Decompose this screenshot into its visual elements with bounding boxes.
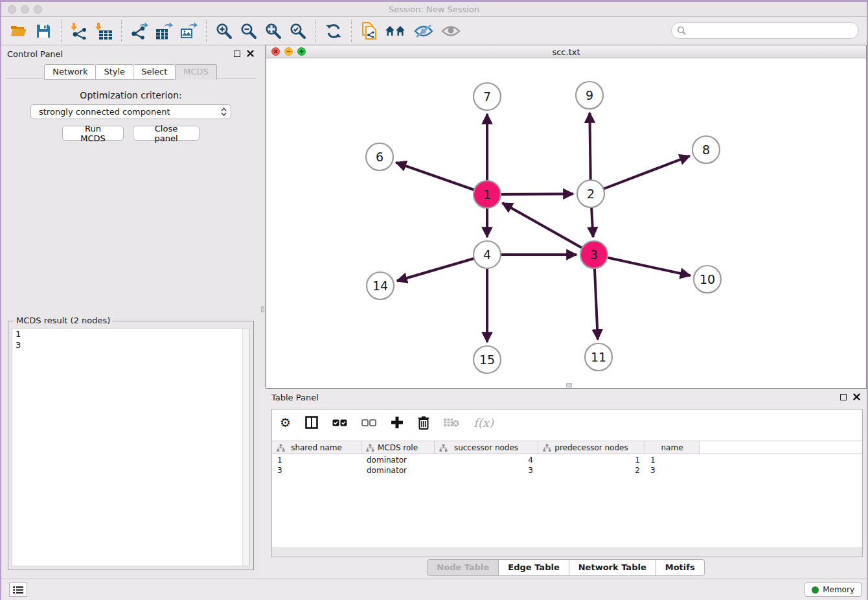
new-network-from-selection-button[interactable]	[360, 21, 379, 41]
memory-button[interactable]: Memory	[805, 583, 862, 597]
cell-predecessor-nodes[interactable]: 1	[538, 455, 645, 465]
cell-successor-nodes[interactable]: 3	[435, 465, 538, 476]
function-builder-icon[interactable]: f(x)	[474, 416, 494, 430]
eye-slash-icon	[414, 24, 433, 38]
toolbar-separator	[61, 20, 62, 42]
column-header-mcds-role[interactable]: MCDS role	[361, 441, 435, 454]
cell-predecessor-nodes[interactable]: 2	[538, 465, 645, 476]
memory-status-icon	[812, 586, 819, 594]
tab-node-table[interactable]: Node Table	[427, 559, 499, 576]
cell-shared-name[interactable]: 3	[272, 465, 361, 476]
refresh-button[interactable]	[324, 21, 343, 41]
mcds-result-line: 3	[12, 340, 249, 351]
eye-icon	[441, 25, 461, 38]
node-table: ⚙ f(x) shared name MCDS role	[271, 409, 863, 557]
zoom-selected-button[interactable]	[288, 21, 308, 41]
tab-style[interactable]: Style	[95, 64, 133, 80]
select-all-checkboxes-icon[interactable]	[332, 419, 347, 426]
node-label-9: 9	[586, 88, 593, 102]
edge-3-1[interactable]	[503, 203, 594, 255]
cell-name[interactable]: 1	[645, 455, 700, 465]
tab-select[interactable]: Select	[133, 64, 176, 80]
splitter-handle[interactable]	[261, 306, 264, 312]
zoom-in-button[interactable]	[214, 21, 234, 41]
tab-network-table[interactable]: Network Table	[569, 559, 656, 576]
mcds-result-textarea[interactable]: 1 3	[12, 328, 250, 566]
table-hscroll-area[interactable]	[272, 548, 862, 557]
toolbar-separator	[315, 20, 316, 42]
table-options-gear-icon[interactable]: ⚙	[280, 417, 291, 429]
column-header-name[interactable]: name	[645, 441, 700, 454]
tab-mcds[interactable]: MCDS	[175, 64, 217, 80]
result-scrollbar[interactable]	[242, 329, 249, 566]
export-image-icon	[179, 23, 198, 40]
tab-edge-table[interactable]: Edge Table	[498, 559, 569, 576]
hide-selected-button[interactable]	[413, 21, 435, 41]
cell-shared-name[interactable]: 1	[272, 455, 361, 465]
export-table-icon	[155, 23, 173, 40]
cell-name[interactable]: 3	[645, 465, 700, 476]
export-table-button[interactable]	[154, 21, 174, 41]
status-bar: Memory	[1, 579, 867, 600]
mcds-result-title: MCDS result (2 nodes)	[14, 316, 113, 325]
show-column-icon[interactable]	[305, 416, 318, 429]
zoom-selected-icon	[290, 23, 306, 40]
zoom-out-button[interactable]	[239, 21, 258, 41]
close-panel-button[interactable]: Close panel	[133, 126, 200, 141]
show-all-button[interactable]	[440, 21, 462, 41]
cell-mcds-role[interactable]: dominator	[361, 465, 435, 476]
houses-icon	[385, 24, 407, 38]
run-mcds-button[interactable]: Run MCDS	[62, 126, 124, 141]
edge-3-10[interactable]	[594, 255, 691, 275]
create-column-icon[interactable]	[391, 416, 404, 429]
control-panel-title: Control Panel	[7, 49, 63, 59]
deselect-all-checkboxes-icon[interactable]	[361, 419, 376, 426]
first-neighbors-button[interactable]	[384, 21, 407, 41]
float-table-panel-icon[interactable]	[840, 394, 847, 400]
delete-columns-icon[interactable]	[418, 416, 429, 430]
export-network-button[interactable]	[130, 21, 149, 41]
node-label-3: 3	[590, 248, 598, 262]
network-view-window: scc.txt 7968124314101511	[266, 45, 867, 389]
column-header-predecessor-nodes[interactable]: predecessor nodes	[538, 441, 645, 454]
network-window-title: scc.txt	[266, 47, 866, 57]
refresh-icon	[325, 23, 342, 40]
float-panel-icon[interactable]	[234, 51, 240, 57]
cell-mcds-role[interactable]: dominator	[361, 455, 435, 465]
close-panel-icon[interactable]	[247, 50, 254, 57]
search-field[interactable]	[671, 22, 859, 39]
table-row[interactable]: 1 dominator 4 1 1	[272, 455, 862, 465]
table-panel: Table Panel ⚙ f(x) shared name	[266, 389, 867, 579]
network-hscroll-handle[interactable]	[566, 383, 572, 387]
table-panel-header: Table Panel	[266, 389, 867, 406]
table-row[interactable]: 3 dominator 3 2 3	[272, 465, 862, 476]
import-network-icon	[71, 23, 87, 40]
task-history-button[interactable]	[9, 583, 27, 597]
network-window-titlebar[interactable]: scc.txt	[266, 45, 866, 58]
search-input[interactable]	[689, 26, 858, 36]
close-table-panel-icon[interactable]	[853, 393, 860, 400]
zoom-fit-icon	[265, 23, 282, 40]
edge-1-6[interactable]	[396, 163, 487, 194]
table-rows: 1 dominator 4 1 1 3 dominator 3 2 3	[272, 455, 862, 476]
network-graph[interactable]: 7968124314101511	[266, 58, 866, 388]
criterion-select[interactable]: strongly connected component	[30, 104, 231, 119]
network-canvas[interactable]: 7968124314101511	[266, 58, 866, 388]
toolbar-separator	[206, 20, 207, 42]
open-file-button[interactable]	[9, 21, 29, 41]
import-table-button[interactable]	[94, 21, 113, 41]
column-type-icon	[439, 444, 448, 452]
column-header-successor-nodes[interactable]: successor nodes	[435, 441, 538, 454]
export-image-button[interactable]	[179, 21, 198, 41]
cell-successor-nodes[interactable]: 4	[435, 455, 538, 465]
panel-splitter[interactable]	[260, 45, 266, 387]
edge-2-8[interactable]	[591, 156, 690, 194]
toolbar-separator	[121, 20, 122, 42]
save-session-button[interactable]	[34, 21, 53, 41]
tab-network[interactable]: Network	[44, 64, 96, 80]
column-header-shared-name[interactable]: shared name	[272, 441, 361, 454]
tab-motifs[interactable]: Motifs	[656, 559, 705, 576]
import-network-button[interactable]	[69, 21, 89, 41]
delete-table-icon[interactable]	[444, 418, 459, 427]
zoom-fit-button[interactable]	[264, 21, 283, 41]
